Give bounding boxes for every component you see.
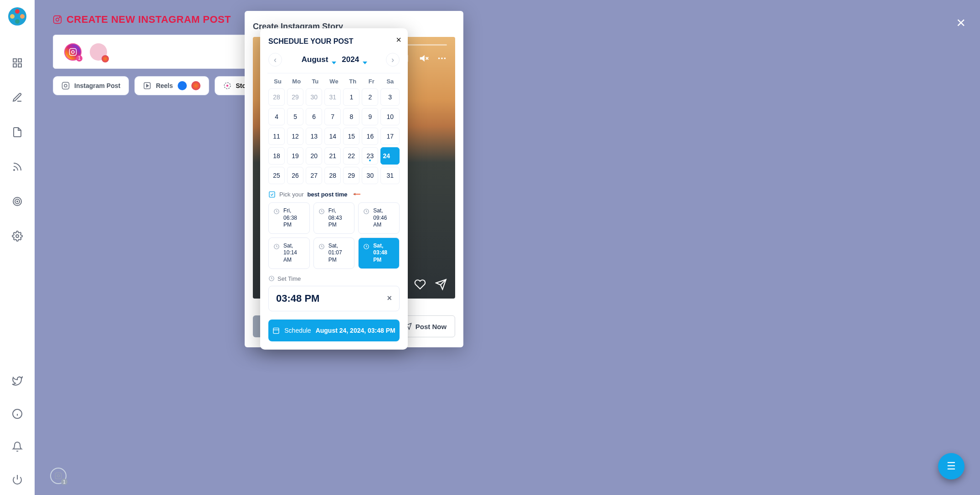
calendar-day[interactable]: 27 <box>306 167 322 184</box>
settings-icon[interactable] <box>11 230 24 242</box>
calendar-day[interactable]: 26 <box>287 167 303 184</box>
calendar-day-prev: 29 <box>287 88 303 106</box>
calendar-day[interactable]: 2 <box>362 88 378 106</box>
calendar-day[interactable]: 21 <box>324 147 341 165</box>
tab-reels[interactable]: Reels <box>134 76 209 95</box>
svg-rect-55 <box>273 328 279 333</box>
post-type-tabs: Instagram Post Reels Story Post <box>53 76 962 95</box>
account-platform-chip[interactable]: 1 <box>64 43 82 61</box>
footer-account-chip[interactable]: 1 <box>50 468 67 484</box>
time-suggestion-chip[interactable]: Fri, 06:38 PM <box>268 202 310 234</box>
tab-instagram-post[interactable]: Instagram Post <box>53 76 129 95</box>
compose-icon[interactable] <box>11 91 24 104</box>
like-icon[interactable] <box>414 278 426 290</box>
year-select[interactable]: 2024 <box>340 53 368 66</box>
weekday-label: Th <box>344 78 362 85</box>
hamburger-icon: ☰ <box>947 460 956 472</box>
svg-point-22 <box>72 51 74 53</box>
calendar-day[interactable]: 31 <box>380 167 400 184</box>
calendar-day[interactable]: 29 <box>343 167 359 184</box>
svg-point-28 <box>226 85 228 87</box>
svg-point-30 <box>57 474 59 477</box>
calendar-day[interactable]: 13 <box>306 128 322 145</box>
calendar-day-prev: 28 <box>268 88 285 106</box>
instagram-mini-icon <box>102 55 109 62</box>
svg-point-1 <box>15 9 20 14</box>
bell-icon[interactable] <box>11 440 24 453</box>
confirm-schedule-button[interactable]: Schedule August 24, 2024, 03:48 PM <box>268 320 400 341</box>
pick-label: Pick your <box>279 191 303 198</box>
account-count-badge: 1 <box>76 55 82 62</box>
calendar-day[interactable]: 5 <box>287 108 303 125</box>
calendar-day[interactable]: 30 <box>362 167 378 184</box>
dashboard-icon[interactable] <box>11 57 24 69</box>
mute-icon[interactable] <box>419 53 429 63</box>
calendar-day[interactable]: 25 <box>268 167 285 184</box>
footer-account-badge: 1 <box>61 479 67 485</box>
calendar-day[interactable]: 17 <box>380 128 400 145</box>
reels-icon <box>143 82 151 90</box>
calendar-day[interactable]: 12 <box>287 128 303 145</box>
twitter-icon[interactable] <box>11 375 24 387</box>
svg-point-2 <box>20 14 25 19</box>
svg-rect-23 <box>62 82 69 89</box>
instagram-mini-icon <box>191 81 200 90</box>
schedule-word: Schedule <box>284 327 311 334</box>
prev-month-button[interactable]: ‹ <box>268 53 282 67</box>
calendar-day[interactable]: 8 <box>343 108 359 125</box>
account-avatar[interactable] <box>90 43 107 61</box>
calendar-day[interactable]: 24 <box>380 147 400 165</box>
weekday-label: Fr <box>362 78 381 85</box>
svg-point-36 <box>438 57 440 59</box>
send-icon[interactable] <box>435 278 447 290</box>
facebook-mini-icon <box>178 81 187 90</box>
time-suggestion-chip[interactable]: Fri, 08:43 PM <box>313 202 355 234</box>
set-time-label: Set Time <box>277 275 301 282</box>
calendar-day[interactable]: 6 <box>306 108 322 125</box>
rss-icon[interactable] <box>11 160 24 173</box>
calendar-day[interactable]: 23 <box>362 147 378 165</box>
svg-marker-26 <box>147 84 149 87</box>
weekday-label: Mo <box>287 78 306 85</box>
time-suggestion-chip[interactable]: Sat, 03:48 PM <box>358 237 400 269</box>
clock-icon <box>268 275 275 282</box>
svg-rect-45 <box>269 192 275 197</box>
calendar-day[interactable]: 20 <box>306 147 322 165</box>
calendar-day-prev: 30 <box>306 88 322 106</box>
calendar-day[interactable]: 7 <box>324 108 341 125</box>
more-icon[interactable] <box>437 53 447 63</box>
fab-menu-button[interactable]: ☰ <box>938 453 965 480</box>
document-icon[interactable] <box>11 126 24 139</box>
calendar-day[interactable]: 11 <box>268 128 285 145</box>
app-logo <box>6 5 28 27</box>
next-month-button[interactable]: › <box>386 53 400 67</box>
month-select[interactable]: August <box>300 53 338 66</box>
time-suggestion-chip[interactable]: Sat, 01:07 PM <box>313 237 355 269</box>
calendar-day[interactable]: 22 <box>343 147 359 165</box>
clear-time-icon[interactable]: × <box>387 294 392 303</box>
close-icon[interactable]: × <box>396 35 401 45</box>
calendar-day[interactable]: 4 <box>268 108 285 125</box>
power-icon[interactable] <box>11 473 24 486</box>
calendar-day[interactable]: 14 <box>324 128 341 145</box>
calendar-day[interactable]: 19 <box>287 147 303 165</box>
target-icon[interactable] <box>11 195 24 208</box>
time-suggestion-chip[interactable]: Sat, 09:46 AM <box>358 202 400 234</box>
schedule-popover: SCHEDULE YOUR POST × ‹ August 2024 › SuM… <box>260 28 408 350</box>
sidebar <box>0 0 35 495</box>
calendar-day[interactable]: 16 <box>362 128 378 145</box>
close-icon[interactable]: × <box>956 14 965 31</box>
calendar-day[interactable]: 28 <box>324 167 341 184</box>
time-suggestion-chip[interactable]: Sat, 10:14 AM <box>268 237 310 269</box>
calendar-day[interactable]: 1 <box>343 88 359 106</box>
calendar-day[interactable]: 18 <box>268 147 285 165</box>
calendar-day[interactable]: 15 <box>343 128 359 145</box>
info-icon[interactable] <box>11 407 24 420</box>
time-input[interactable]: 03:48 PM × <box>268 286 400 311</box>
calendar-grid: 2829303112345678910111213141516171819202… <box>268 88 400 184</box>
page-title: CREATE NEW INSTAGRAM POST <box>67 14 231 26</box>
calendar-day[interactable]: 3 <box>380 88 400 106</box>
button-label: Post Now <box>416 323 446 330</box>
calendar-day[interactable]: 9 <box>362 108 378 125</box>
calendar-day[interactable]: 10 <box>380 108 400 125</box>
